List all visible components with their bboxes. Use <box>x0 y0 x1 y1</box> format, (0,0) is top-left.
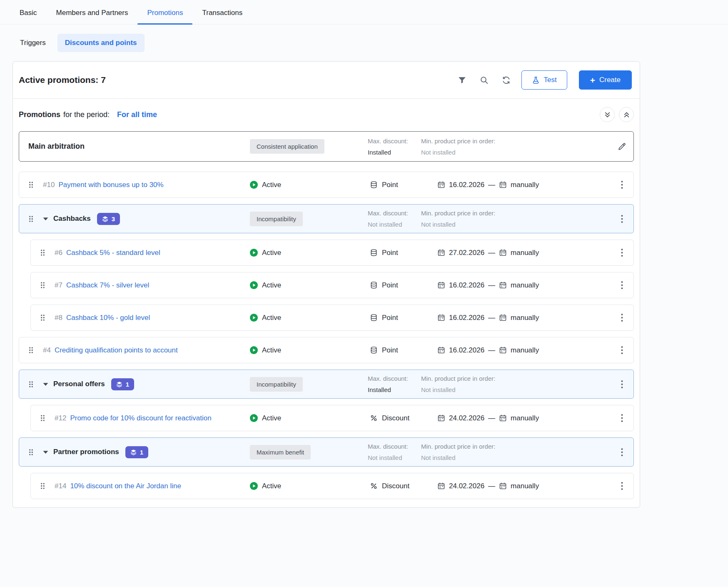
collapse-all-button[interactable] <box>619 107 634 122</box>
calendar-icon <box>437 482 445 490</box>
group-row-partner-promotions: Partner promotions 1 Maximum benefit Max… <box>19 437 634 467</box>
create-button[interactable]: + Create <box>579 70 632 90</box>
collapse-group-button[interactable] <box>43 217 48 221</box>
play-circle-icon <box>250 314 258 322</box>
tab-transactions-label: Transactions <box>202 9 242 17</box>
row-menu-button[interactable] <box>618 246 626 259</box>
promotion-row: #14 10% discount on the Air Jordan line … <box>30 473 634 499</box>
refresh-icon <box>502 76 511 85</box>
end-date: manually <box>511 414 539 422</box>
search-button[interactable] <box>479 75 489 85</box>
tab-promotions[interactable]: Promotions <box>137 0 192 24</box>
reward-type-label: Point <box>382 346 398 355</box>
group-row-personal-offers: Personal offers 1 Incompatibility Max. d… <box>19 370 634 399</box>
group-mode-badge: Incompatibility <box>250 377 303 392</box>
kebab-icon <box>621 215 623 223</box>
row-menu-button[interactable] <box>618 446 626 459</box>
drag-handle[interactable] <box>28 181 34 189</box>
drag-handle[interactable] <box>28 380 34 388</box>
status-label: Active <box>262 414 281 422</box>
filter-button[interactable] <box>457 75 467 85</box>
calendar-icon <box>499 181 507 189</box>
drag-handle[interactable] <box>40 314 45 322</box>
test-button[interactable]: Test <box>521 70 567 90</box>
drag-handle[interactable] <box>40 249 45 257</box>
play-circle-icon <box>250 482 258 490</box>
start-date: 24.02.2026 <box>449 414 484 422</box>
min-price-label: Min. product price in order: <box>421 207 610 219</box>
kebab-icon <box>621 482 623 490</box>
row-menu-button[interactable] <box>618 412 626 425</box>
row-menu-button[interactable] <box>618 344 626 357</box>
min-price-label: Min. product price in order: <box>421 441 610 452</box>
promotion-title-link[interactable]: Payment with bonuses up to 30% <box>58 181 163 189</box>
calendar-icon <box>499 346 507 354</box>
promotion-title-link[interactable]: Cashback 5% - standard level <box>66 249 160 257</box>
status-label: Active <box>262 249 281 257</box>
tab-members-and-partners[interactable]: Members and Partners <box>47 0 138 24</box>
end-date: manually <box>511 281 539 290</box>
promotion-row: #8 Cashback 10% - gold level Active Poin… <box>30 305 634 331</box>
promotion-row: #7 Cashback 7% - silver level Active Poi… <box>30 272 634 298</box>
promotion-title-link[interactable]: Crediting qualification points to accoun… <box>55 346 178 355</box>
group-count: 1 <box>140 449 143 456</box>
date-separator: — <box>488 482 495 490</box>
tab-transactions[interactable]: Transactions <box>192 0 252 24</box>
date-separator: — <box>488 181 495 189</box>
group-count: 3 <box>112 215 115 222</box>
group-title: Partner promotions <box>53 448 119 456</box>
row-menu-button[interactable] <box>618 212 626 225</box>
subtab-discounts-and-points[interactable]: Discounts and points <box>57 34 145 52</box>
drag-dots-icon <box>40 314 45 322</box>
status-label: Active <box>262 482 281 490</box>
promotions-list: Main arbitration Consistent application … <box>13 130 640 507</box>
row-menu-button[interactable] <box>618 279 626 292</box>
start-date: 24.02.2026 <box>449 482 484 490</box>
tab-basic[interactable]: Basic <box>10 0 47 24</box>
drag-handle[interactable] <box>28 448 34 456</box>
collapse-group-button[interactable] <box>43 382 48 386</box>
play-circle-icon <box>250 181 258 189</box>
arbitration-title: Main arbitration <box>19 142 250 151</box>
promotion-id: #6 <box>55 249 62 257</box>
active-promotions-title: Active promotions: 7 <box>19 75 106 85</box>
drag-handle[interactable] <box>28 215 34 223</box>
end-date: manually <box>511 482 539 490</box>
start-date: 16.02.2026 <box>449 314 484 322</box>
row-menu-button[interactable] <box>618 178 626 191</box>
toolbar: Active promotions: 7 Test + Create <box>13 62 640 99</box>
max-discount-label: Max. discount: <box>368 207 421 219</box>
create-button-label: Create <box>599 76 621 84</box>
row-menu-button[interactable] <box>618 378 626 391</box>
collapse-group-button[interactable] <box>43 450 48 454</box>
expand-all-button[interactable] <box>600 107 615 122</box>
max-discount-value: Not installed <box>368 219 421 230</box>
row-menu-button[interactable] <box>618 480 626 492</box>
min-price-label: Min. product price in order: <box>421 373 610 384</box>
drag-handle[interactable] <box>40 482 45 490</box>
promotion-title-link[interactable]: Cashback 7% - silver level <box>66 281 149 290</box>
edit-arbitration-button[interactable] <box>616 141 628 152</box>
date-separator: — <box>488 281 495 290</box>
promotion-title-link[interactable]: 10% discount on the Air Jordan line <box>70 482 181 490</box>
promotion-title-link[interactable]: Cashback 10% - gold level <box>66 314 150 322</box>
min-price-value: Not installed <box>421 219 610 230</box>
drag-handle[interactable] <box>40 414 45 422</box>
kebab-icon <box>621 281 623 289</box>
group-count-badge: 1 <box>111 378 134 390</box>
drag-dots-icon <box>28 380 34 388</box>
kebab-icon <box>621 448 623 456</box>
play-circle-icon <box>250 414 258 422</box>
calendar-icon <box>499 414 507 422</box>
status-label: Active <box>262 346 281 355</box>
promotion-id: #14 <box>55 482 66 490</box>
calendar-icon <box>499 314 507 322</box>
row-menu-button[interactable] <box>618 311 626 324</box>
promotion-title-link[interactable]: Promo code for 10% discount for reactiva… <box>70 414 211 422</box>
drag-handle[interactable] <box>40 281 45 289</box>
subtab-triggers[interactable]: Triggers <box>12 34 53 52</box>
period-for-all-time-link[interactable]: For all time <box>117 110 157 119</box>
drag-handle[interactable] <box>28 346 34 354</box>
refresh-button[interactable] <box>501 75 511 85</box>
reward-type-label: Point <box>382 281 398 290</box>
